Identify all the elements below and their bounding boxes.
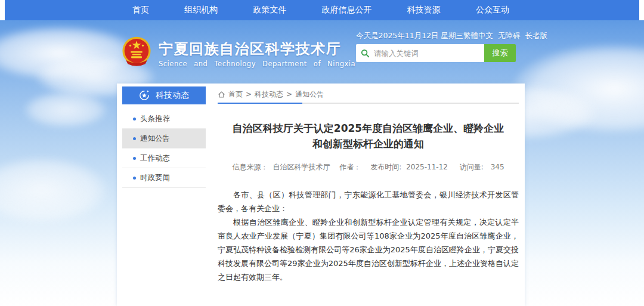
site-title: 宁夏回族自治区科学技术厅 — [159, 39, 341, 58]
bullet-icon — [133, 137, 136, 140]
nav-item-public-interaction[interactable]: 公众互动 — [476, 5, 509, 16]
sidebar-item-label: 时政要闻 — [140, 173, 170, 183]
news-star-icon — [139, 90, 150, 101]
sidebar-item-label: 头条推荐 — [140, 114, 170, 124]
cloud-decoration — [24, 92, 107, 128]
breadcrumb: 首页 > 科技动态 > 通知公告 — [218, 87, 519, 101]
sidebar-item-label: 工作动态 — [140, 153, 170, 163]
national-emblem-logo — [121, 36, 152, 67]
sidebar-item-current-politics[interactable]: 时政要闻 — [122, 168, 206, 188]
cloud-decoration — [0, 157, 107, 223]
bullet-icon — [133, 177, 136, 180]
meta-source-label: 信息来源： — [232, 163, 268, 171]
sidebar-title: 科技动态 — [156, 90, 189, 101]
search-button[interactable]: 搜索 — [484, 44, 516, 62]
breadcrumb-tech-news[interactable]: 科技动态 — [255, 89, 283, 100]
nav-item-home[interactable]: 首页 — [132, 5, 149, 16]
bullet-icon — [133, 118, 136, 120]
link-traditional-chinese[interactable]: 繁體中文 — [463, 31, 493, 41]
nav-item-tech-resources[interactable]: 科技资源 — [407, 5, 441, 16]
sidebar-header: 科技动态 — [122, 86, 206, 104]
sidebar-item-work-updates[interactable]: 工作动态 — [122, 149, 206, 168]
link-accessibility[interactable]: 无障碍 — [498, 31, 521, 41]
sidebar: 科技动态 头条推荐 通知公告 工作动态 时政要闻 — [122, 86, 206, 188]
article-meta: 信息来源：自治区科学技术厅 作者： 发布时间:2025-11-12 访问量: 3… — [218, 162, 519, 172]
sidebar-item-headlines[interactable]: 头条推荐 — [122, 109, 206, 129]
meta-publish-date: 2025-11-12 — [406, 163, 448, 171]
sidebar-item-label: 通知公告 — [140, 134, 170, 144]
meta-author-label: 作者： — [339, 163, 361, 171]
meta-source-value: 自治区科学技术厅 — [273, 163, 330, 171]
bullet-icon — [133, 157, 136, 160]
meta-views-count: 345 — [491, 163, 504, 171]
breadcrumb-home[interactable]: 首页 — [228, 89, 243, 100]
meta-views-label: 访问量: — [460, 163, 484, 171]
breadcrumb-divider — [218, 103, 519, 104]
site-subtitle-english: Science and Technology Department of Nin… — [159, 60, 355, 68]
content-card: 科技动态 头条推荐 通知公告 工作动态 时政要闻 — [117, 84, 525, 306]
current-date: 今天是2025年11月12日 星期三 — [356, 31, 463, 41]
nav-item-policy-documents[interactable]: 政策文件 — [253, 5, 286, 16]
search-input[interactable] — [374, 49, 479, 58]
meta-publish-label: 发布时间: — [370, 163, 401, 171]
article-body: 各市、县（区）科技管理部门，宁东能源化工基地管委会，银川经济技术开发区管委会，各… — [218, 188, 519, 284]
breadcrumb-separator: > — [286, 90, 292, 98]
breadcrumb-notices[interactable]: 通知公告 — [295, 89, 324, 100]
article-main: 首页 > 科技动态 > 通知公告 自治区科技厅关于认定2025年度自治区雏鹰企业… — [218, 87, 519, 306]
breadcrumb-separator: > — [246, 90, 252, 98]
link-elder-version[interactable]: 长者版 — [525, 31, 548, 41]
article-title: 自治区科技厅关于认定2025年度自治区雏鹰企业、瞪羚企业 和创新型标杆企业的通知 — [218, 120, 519, 152]
nav-item-gov-info-disclosure[interactable]: 政府信息公开 — [322, 5, 372, 16]
top-nav-bar: 首页 组织机构 政策文件 政府信息公开 科技资源 公众互动 — [5, 0, 639, 20]
search-bar: 搜索 — [356, 44, 516, 62]
article-paragraph: 根据自治区雏鹰企业、瞪羚企业和创新型标杆企业认定管理有关规定，决定认定半亩良人农… — [218, 215, 519, 284]
home-icon — [218, 91, 225, 98]
sidebar-item-notices[interactable]: 通知公告 — [122, 129, 206, 149]
nav-item-organization[interactable]: 组织机构 — [184, 5, 218, 16]
search-icon — [361, 49, 370, 58]
page: 首页 组织机构 政策文件 政府信息公开 科技资源 公众互动 宁夏回族自治区科学技… — [0, 0, 644, 306]
article-paragraph: 各市、县（区）科技管理部门，宁东能源化工基地管委会，银川经济技术开发区管委会，各… — [218, 188, 519, 215]
